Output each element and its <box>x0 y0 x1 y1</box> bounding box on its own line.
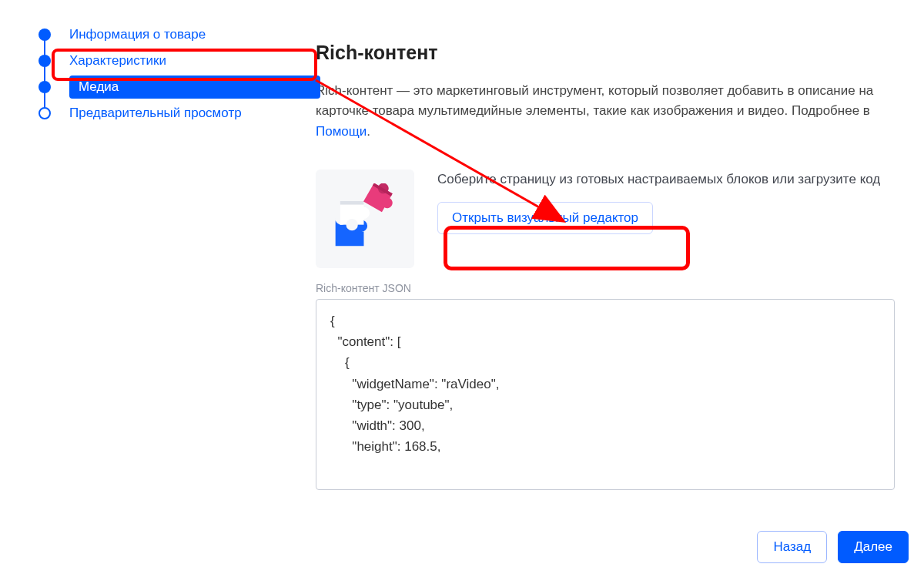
stepper: Информация о товаре Характеристики Медиа… <box>38 22 308 126</box>
sidebar: Информация о товаре Характеристики Медиа… <box>15 22 308 493</box>
svg-point-1 <box>346 219 357 230</box>
back-button[interactable]: Назад <box>757 531 827 563</box>
footer-buttons: Назад Далее <box>757 531 909 563</box>
step-bullet-icon <box>38 81 51 93</box>
svg-point-0 <box>358 207 370 219</box>
open-editor-button[interactable]: Открыть визуальный редактор <box>437 202 653 234</box>
sidebar-step-product-info[interactable]: Информация о товаре <box>38 22 308 48</box>
step-label: Информация о товаре <box>69 27 206 42</box>
step-label: Характеристики <box>69 53 166 69</box>
description: Rich-контент — это маркетинговый инструм… <box>316 81 901 142</box>
json-label: Rich-контент JSON <box>316 282 901 294</box>
editor-card: Соберите страницу из готовых настраиваем… <box>316 170 901 268</box>
sidebar-step-characteristics[interactable]: Характеристики <box>38 48 308 74</box>
sidebar-step-preview[interactable]: Предварительный просмотр <box>38 100 308 126</box>
sidebar-step-media[interactable]: Медиа <box>38 74 308 100</box>
json-textarea[interactable]: { "content": [ { "widgetName": "raVideo"… <box>316 299 895 490</box>
help-link[interactable]: Помощи <box>316 124 367 139</box>
step-label: Медиа <box>69 79 119 95</box>
main-content: Rich-контент Rich-контент — это маркетин… <box>308 22 909 493</box>
next-button[interactable]: Далее <box>838 531 909 563</box>
puzzle-icon <box>316 170 414 268</box>
page-title: Rich-контент <box>316 42 901 64</box>
step-bullet-icon <box>38 107 51 119</box>
editor-card-text: Соберите страницу из готовых настраиваем… <box>414 170 880 268</box>
step-bullet-icon <box>38 55 51 67</box>
step-label: Предварительный просмотр <box>69 106 242 121</box>
step-bullet-icon <box>38 29 51 41</box>
